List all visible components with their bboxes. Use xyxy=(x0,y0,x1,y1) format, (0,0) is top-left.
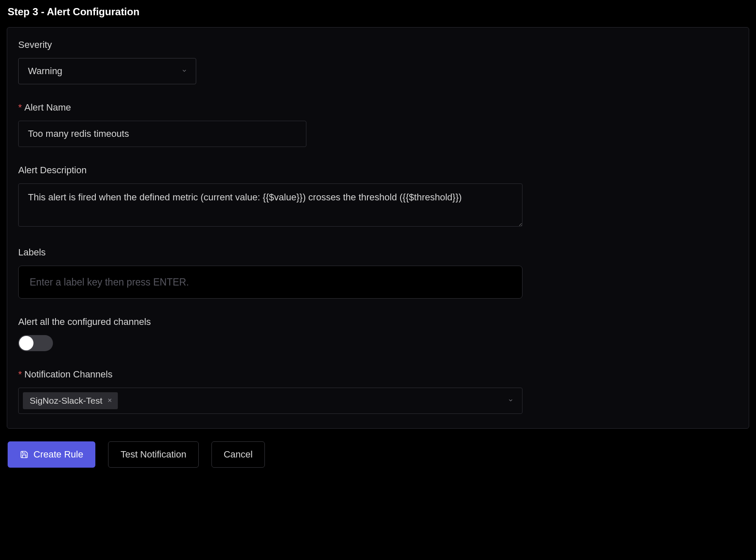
step-title: Step 3 - Alert Configuration xyxy=(8,6,749,18)
create-rule-label: Create Rule xyxy=(33,449,83,460)
notification-channels-label: *Notification Channels xyxy=(18,369,738,380)
alert-all-channels-label: Alert all the configured channels xyxy=(18,316,738,327)
severity-select-value: Warning xyxy=(28,66,62,77)
create-rule-button[interactable]: Create Rule xyxy=(8,441,95,468)
test-notification-button[interactable]: Test Notification xyxy=(108,441,198,468)
severity-select[interactable]: Warning xyxy=(18,58,196,84)
alert-name-input[interactable] xyxy=(18,121,306,147)
chevron-down-icon xyxy=(181,68,187,75)
required-indicator: * xyxy=(18,102,22,113)
labels-input[interactable]: Enter a label key then press ENTER. xyxy=(18,266,523,299)
test-notification-label: Test Notification xyxy=(120,449,186,460)
alert-description-label: Alert Description xyxy=(18,165,738,176)
cancel-button[interactable]: Cancel xyxy=(211,441,265,468)
alert-all-channels-toggle[interactable] xyxy=(18,335,53,351)
alert-description-textarea[interactable]: This alert is fired when the defined met… xyxy=(18,183,523,227)
labels-label: Labels xyxy=(18,247,738,258)
required-indicator: * xyxy=(18,369,22,380)
severity-label: Severity xyxy=(18,39,738,50)
cancel-label: Cancel xyxy=(224,449,253,460)
remove-tag-icon[interactable] xyxy=(107,397,113,405)
alert-name-label: *Alert Name xyxy=(18,102,738,113)
toggle-knob xyxy=(19,336,33,350)
notification-channels-select[interactable]: SigNoz-Slack-Test xyxy=(18,388,523,414)
alert-config-panel: Severity Warning *Alert Name Alert Descr… xyxy=(7,27,749,429)
channel-tag-label: SigNoz-Slack-Test xyxy=(30,396,103,406)
save-icon xyxy=(20,450,28,459)
labels-placeholder: Enter a label key then press ENTER. xyxy=(30,277,189,288)
channel-tag: SigNoz-Slack-Test xyxy=(23,392,118,409)
chevron-down-icon xyxy=(508,397,514,404)
action-buttons: Create Rule Test Notification Cancel xyxy=(8,441,749,468)
